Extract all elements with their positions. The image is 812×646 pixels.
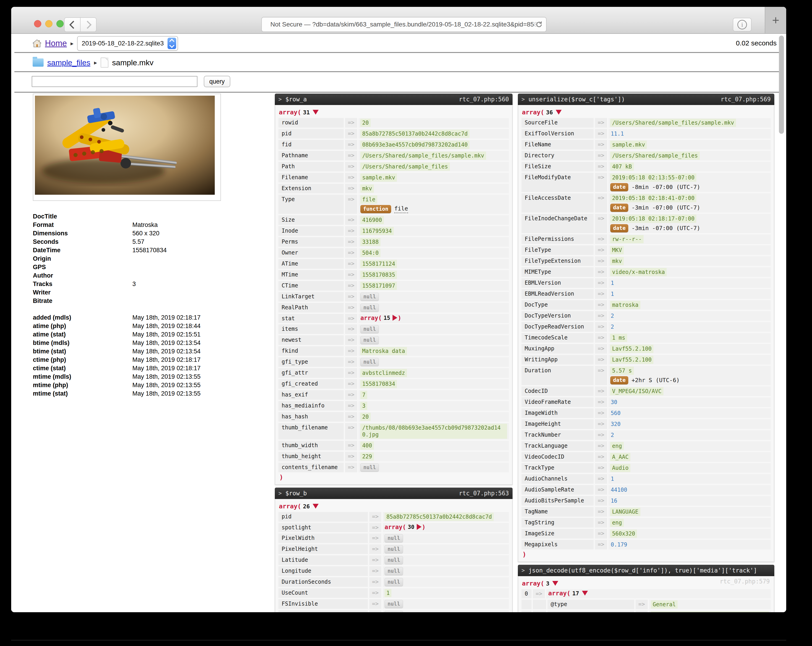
new-tab-button[interactable]: + — [765, 7, 786, 33]
kint-value-cell: sample.mkv — [359, 173, 509, 182]
back-button[interactable] — [64, 17, 81, 32]
kint-row: Extension=>mkv — [278, 184, 509, 193]
array-count: 15 — [384, 315, 390, 321]
arrow-icon: => — [595, 162, 607, 171]
close-button[interactable] — [34, 20, 41, 27]
kint-value-cell: null — [383, 544, 509, 554]
arrow-icon: => — [595, 173, 607, 192]
kint-panel-header[interactable]: >unserialize($row_c['tags'])rtc_07.php:5… — [518, 93, 774, 105]
kint-row: FileType=>MKV — [522, 245, 771, 255]
kint-row: ImageSize=>560x320 — [522, 529, 771, 539]
metadata-value — [132, 255, 275, 263]
kint-value-string: 5.57 s — [610, 367, 634, 375]
arrow-icon: => — [595, 430, 607, 440]
date-badge: date — [610, 183, 628, 191]
arrow-icon: => — [595, 419, 607, 429]
kint-panel-body: rtc_07.php:579array(30=>array(17@type=>G… — [518, 576, 774, 612]
metadata-row: FormatMatroska — [33, 221, 275, 229]
arrow-icon: => — [345, 140, 357, 150]
nesting-guide — [533, 600, 546, 609]
kint-key: rowid — [278, 118, 344, 128]
kint-key: AudioBitsPerSample — [522, 496, 594, 505]
kint-key: MTime — [278, 270, 344, 279]
kint-key: fkind — [278, 346, 344, 356]
collapse-triangle-icon[interactable] — [313, 110, 319, 115]
arrow-icon: => — [345, 412, 357, 422]
kint-value-null: null — [360, 463, 379, 472]
kint-value-string: /Users/Shared/sample_files — [610, 151, 700, 160]
expand-triangle-icon[interactable] — [417, 524, 421, 530]
chevron-icon: > — [278, 96, 282, 102]
kint-nested-array[interactable]: array(30) — [385, 524, 426, 530]
query-input[interactable] — [32, 76, 197, 87]
badge-text: +2hr S (UTC-6) — [632, 377, 680, 384]
kint-row: FileName=>sample.mkv — [522, 140, 771, 150]
kint-key: stat — [278, 314, 344, 323]
arrow-icon: => — [595, 355, 607, 365]
collapse-triangle-icon[interactable] — [556, 110, 562, 115]
kint-value-cell: null — [359, 324, 509, 334]
kint-row: AudioSampleRate=>44100 — [522, 485, 771, 495]
kint-panel-header[interactable]: >json_decode(utf8_encode($row_d['info'])… — [518, 565, 774, 576]
kint-panel-row_a: >$row_artc_07.php:560array(31rowid=>20pi… — [275, 93, 513, 485]
kint-value-cell: 10729339436906445535518580025230310842 — [649, 611, 771, 612]
info-icon: i — [737, 20, 747, 29]
arrow-icon: => — [369, 555, 382, 565]
database-select[interactable]: 2019-05-18_02-18-22.sqlite3 — [77, 36, 178, 51]
arrow-icon: => — [595, 257, 607, 266]
metadata-value: May 18th, 2019 02:18:44 — [132, 322, 275, 330]
kint-value-cell: null — [359, 303, 509, 313]
kint-row: 0=>array(17 — [522, 589, 771, 598]
kint-value-cell: 1558171124 — [359, 259, 509, 269]
reload-button[interactable] — [535, 21, 543, 30]
nesting-guide — [533, 611, 546, 612]
kint-key: has_hash — [278, 412, 344, 422]
kint-row: thumb_width=>400 — [278, 441, 509, 451]
kint-nested-array[interactable]: array(15) — [360, 315, 401, 321]
metadata-value — [132, 212, 275, 221]
forward-button[interactable] — [81, 17, 96, 32]
function-name: json_decode — [528, 567, 568, 574]
kint-key: spotlight — [278, 523, 368, 532]
kint-row: Owner=>504:0 — [278, 248, 509, 258]
home-link[interactable]: Home — [45, 38, 67, 48]
kint-row: pid=>85a8b72785c50137a0b2442c8d8cac7d — [278, 512, 509, 522]
kint-row: gfi_type=>null — [278, 357, 509, 367]
page-content: Home ▸ 2019-05-18_02-18-22.sqlite3 0.02 … — [11, 34, 786, 612]
arrow-icon: => — [345, 195, 357, 214]
kint-key: ATime — [278, 259, 344, 269]
kint-value-cell: 400 — [359, 441, 509, 451]
metadata-label: Author — [33, 272, 132, 280]
kint-value-cell: array(30) — [383, 523, 509, 532]
array-count: 3 — [546, 580, 549, 587]
kint-row: Type=>filefunctionfile — [278, 195, 509, 214]
kint-panel-header[interactable]: >$row_artc_07.php:560 — [275, 93, 513, 105]
query-button[interactable]: query — [204, 76, 230, 87]
kint-value-cell: eng — [608, 518, 771, 527]
kint-row: SourceFile=>/Users/Shared/sample_files/s… — [522, 118, 771, 128]
scrollbar-thumb[interactable] — [779, 36, 784, 134]
kint-key: Duration — [522, 366, 594, 385]
collapse-triangle-icon[interactable] — [313, 504, 319, 509]
arrow-icon: => — [345, 357, 357, 367]
zoom-button[interactable] — [56, 20, 64, 27]
kint-row: FileInodeChangeDate=>2019:05:18 02:18:17… — [522, 214, 771, 233]
collapse-triangle-icon[interactable] — [552, 581, 558, 586]
minimize-button[interactable] — [45, 20, 52, 27]
divider — [14, 71, 783, 72]
kint-row: TrackLanguage=>eng — [522, 441, 771, 451]
kint-key: thumb_height — [278, 452, 344, 461]
kint-row: UniqueID=>107293394369064455355185800252… — [522, 611, 771, 612]
kint-panel-header[interactable]: >$row_brtc_07.php:563 — [275, 487, 513, 499]
page-info-button[interactable]: i — [733, 18, 751, 32]
folder-link[interactable]: sample_files — [47, 58, 90, 67]
expand-triangle-icon[interactable] — [392, 315, 397, 321]
collapse-triangle-icon[interactable] — [582, 591, 588, 596]
arrow-icon: => — [345, 129, 357, 139]
address-bar[interactable]: Not Secure — ?db=data/skim/663_sample_fi… — [261, 17, 546, 32]
kint-key: FileAccessDate — [522, 193, 594, 212]
arrow-icon: => — [345, 463, 357, 472]
kint-array-close: ) — [522, 551, 771, 558]
kint-row: FilePermissions=>rw-r--r-- — [522, 234, 771, 244]
kint-value-cell: 1558170834 — [359, 379, 509, 389]
